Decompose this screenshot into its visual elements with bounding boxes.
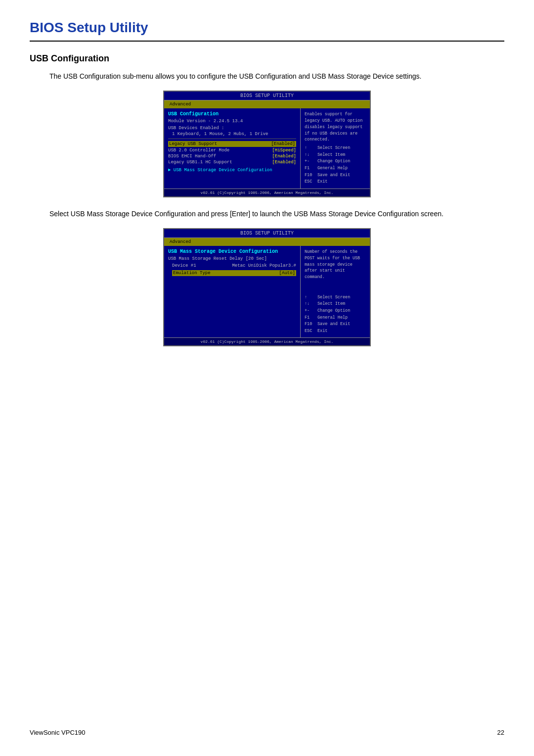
- bios-main-item-2: USB Mass Storage Device Configuration: [168, 249, 296, 254]
- bios-emulation-row[interactable]: Emulation Type [Auto]: [172, 270, 296, 276]
- bios-emulation-value: [Auto]: [279, 271, 295, 276]
- bios-right-panel-2: Number of seconds the POST waits for the…: [301, 246, 370, 337]
- bios-devices-label: USB Devices Enabled :: [168, 126, 296, 131]
- description-text-2: Select USB Mass Storage Device Configura…: [49, 208, 504, 219]
- bios-tab-advanced-2[interactable]: Advanced: [167, 239, 193, 245]
- bios-tab-bar-2: Advanced: [164, 238, 370, 246]
- bios-right-help-2: Number of seconds the POST waits for the…: [305, 249, 366, 281]
- bios-device1-value: Metac UniDisk Popular3.#: [232, 263, 296, 268]
- bios-tab-advanced-1[interactable]: Advanced: [167, 101, 193, 107]
- bios-option-label-2: BIOS EHCI Hand-Off: [168, 154, 216, 159]
- bios-screen-1: BIOS SETUP UTILITY Advanced USB Configur…: [163, 91, 371, 197]
- bios-option-value-0: [Enabled]: [271, 142, 295, 146]
- footer-model: VPC190: [61, 729, 85, 736]
- bios-option-row-1[interactable]: USB 2.0 Controller Mode [HiSpeed]: [168, 148, 296, 153]
- bios-option-value-2: [Enabled]: [272, 154, 296, 159]
- bios-module-version: Module Version - 2.24.5 13.4: [168, 119, 296, 124]
- bios-screen-1-wrapper: BIOS SETUP UTILITY Advanced USB Configur…: [30, 91, 504, 197]
- bios-footer-1: v02.61 (C)Copyright 1985-2006, American …: [164, 189, 370, 196]
- bios-right-panel-1: Enables support for legacy USB. AUTO opt…: [301, 108, 370, 188]
- bios-right-help-1: Enables support for legacy USB. AUTO opt…: [305, 111, 366, 143]
- bios-devices-value: 1 Keyboard, 1 Mouse, 2 Hubs, 1 Drive: [172, 132, 296, 137]
- bios-main-item-1: USB Configuration: [168, 111, 296, 117]
- page-title: BIOS Setup Utility: [30, 20, 504, 42]
- bios-reset-delay: USB Mass Storage Reset Delay [20 Sec]: [168, 256, 296, 261]
- bios-title-bar-1: BIOS SETUP UTILITY: [164, 92, 370, 100]
- bios-title-bar-2: BIOS SETUP UTILITY: [164, 229, 370, 238]
- bios-screen-2: BIOS SETUP UTILITY Advanced USB Mass Sto…: [163, 228, 371, 346]
- bios-option-row-2[interactable]: BIOS EHCI Hand-Off [Enabled]: [168, 154, 296, 159]
- bios-content-1: USB Configuration Module Version - 2.24.…: [164, 108, 370, 188]
- bios-option-value-1: [HiSpeed]: [272, 148, 296, 153]
- bios-option-row-0[interactable]: Legacy USB Support [Enabled]: [168, 141, 296, 147]
- bios-left-panel-1: USB Configuration Module Version - 2.24.…: [164, 108, 301, 188]
- bios-tab-bar-1: Advanced: [164, 100, 370, 108]
- bios-emulation-label: Emulation Type: [173, 271, 211, 276]
- bios-submenu-item-1[interactable]: ► USB Mass Storage Device Configuration: [168, 168, 296, 173]
- bios-keybinds-2: ↑Select Screen ↑↓Select Item +-Change Op…: [305, 294, 366, 335]
- bios-option-value-3: [Enabled]: [272, 160, 296, 165]
- page-footer: ViewSonic VPC190 22: [30, 729, 504, 736]
- bios-left-panel-2: USB Mass Storage Device Configuration US…: [164, 246, 301, 337]
- bios-option-label-0: Legacy USB Support: [169, 142, 217, 146]
- description-text-1: The USB Configuration sub-menu allows yo…: [49, 71, 504, 82]
- bios-content-2: USB Mass Storage Device Configuration US…: [164, 246, 370, 337]
- bios-option-label-1: USB 2.0 Controller Mode: [168, 148, 229, 153]
- bios-option-row-3[interactable]: Legacy USB1.1 HC Support [Enabled]: [168, 160, 296, 165]
- section-title: USB Configuration: [30, 53, 504, 64]
- bios-device1-label: Device #1: [172, 263, 196, 268]
- bios-footer-2: v02.61 (C)Copyright 1985-2006, American …: [164, 337, 370, 345]
- footer-brand: ViewSonic VPC190: [30, 729, 86, 736]
- footer-page-number: 22: [497, 729, 504, 736]
- bios-option-label-3: Legacy USB1.1 HC Support: [168, 160, 232, 165]
- bios-screen-2-wrapper: BIOS SETUP UTILITY Advanced USB Mass Sto…: [30, 228, 504, 346]
- bios-keybinds-1: ↑Select Screen ↑↓Select Item +-Change Op…: [305, 145, 366, 186]
